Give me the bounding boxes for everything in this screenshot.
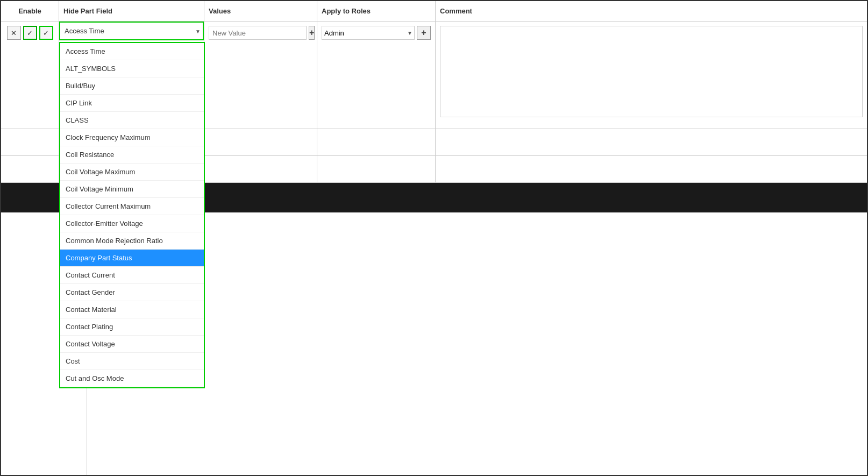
list-item[interactable]: Clock Frequency Maximum	[60, 129, 204, 146]
header-enable: Enable	[1, 1, 59, 21]
cell-hide-part-field: Access Time ▼ Access Time ALT_SYMBOLS Bu…	[59, 22, 204, 129]
empty-comment-2	[436, 156, 867, 182]
empty-roles-2	[317, 156, 436, 182]
empty-roles-1	[317, 129, 436, 155]
empty-enable-1	[1, 129, 59, 155]
main-container: Enable Hide Part Field Values Apply to R…	[0, 0, 868, 476]
header-apply-roles: Apply to Roles	[317, 1, 436, 21]
header-hide-part-field: Hide Part Field	[59, 1, 204, 21]
list-item[interactable]: Cost	[60, 353, 204, 370]
comment-textarea[interactable]	[440, 26, 863, 117]
list-item[interactable]: CLASS	[60, 112, 204, 129]
dropdown-selected[interactable]: Access Time ▼	[59, 22, 204, 40]
empty-values-2	[204, 156, 317, 182]
empty-enable-2	[1, 156, 59, 182]
roles-select[interactable]: Admin User Manager Guest	[322, 26, 415, 40]
list-item[interactable]: Cut and Osc Mode	[60, 370, 204, 387]
dropdown-arrow-icon: ▼	[195, 28, 201, 34]
list-item[interactable]: CIP Link	[60, 95, 204, 112]
add-role-button[interactable]: +	[417, 26, 431, 40]
add-value-button[interactable]: +	[309, 26, 315, 40]
list-item[interactable]: Contact Current	[60, 267, 204, 284]
list-item[interactable]: Contact Material	[60, 301, 204, 318]
list-item[interactable]: Access Time	[60, 43, 204, 60]
cancel-button[interactable]: ✕	[7, 26, 21, 40]
empty-values-1	[204, 129, 317, 155]
cell-apply-roles: Admin User Manager Guest ▼ +	[317, 22, 436, 129]
list-item[interactable]: Coil Resistance	[60, 146, 204, 164]
dropdown-list[interactable]: Access Time ALT_SYMBOLS Build/Buy CIP Li…	[59, 42, 205, 388]
header-values: Values	[204, 1, 317, 21]
list-item[interactable]: Build/Buy	[60, 77, 204, 95]
list-item[interactable]: Coil Voltage Minimum	[60, 181, 204, 198]
cell-enable: ✕ ✓ ✓	[1, 22, 59, 129]
cell-values: +	[204, 22, 317, 129]
header-row: Enable Hide Part Field Values Apply to R…	[1, 1, 867, 22]
header-comment: Comment	[436, 1, 867, 21]
list-item[interactable]: Common Mode Rejection Ratio	[60, 232, 204, 250]
list-item[interactable]: Contact Plating	[60, 318, 204, 336]
enable-checkbox[interactable]: ✓	[39, 26, 53, 40]
list-item-selected[interactable]: Company Part Status	[60, 250, 204, 267]
list-item[interactable]: Contact Voltage	[60, 336, 204, 353]
cell-comment	[436, 22, 867, 129]
list-item[interactable]: Collector-Emitter Voltage	[60, 215, 204, 232]
data-row-1: ✕ ✓ ✓ Access Time ▼ Access Time ALT_SYMB…	[1, 22, 867, 129]
confirm-button[interactable]: ✓	[23, 26, 37, 40]
dropdown-selected-text: Access Time	[65, 27, 104, 35]
list-item[interactable]: Collector Current Maximum	[60, 198, 204, 215]
new-value-input[interactable]	[209, 26, 307, 40]
empty-comment-1	[436, 129, 867, 155]
list-item[interactable]: Coil Voltage Maximum	[60, 164, 204, 181]
roles-select-wrapper: Admin User Manager Guest ▼	[322, 26, 415, 40]
list-item[interactable]: Contact Gender	[60, 284, 204, 301]
list-item[interactable]: ALT_SYMBOLS	[60, 60, 204, 77]
